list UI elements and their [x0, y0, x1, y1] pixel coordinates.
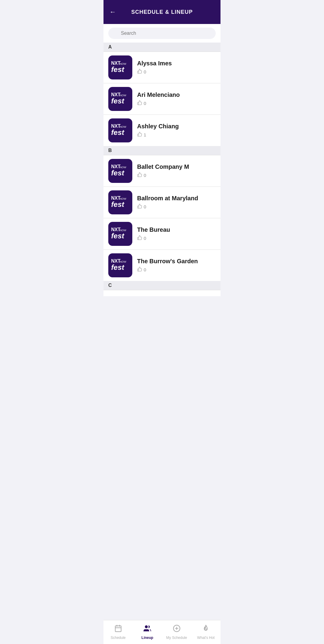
artist-thumbnail: NXT NOW fest	[108, 55, 132, 79]
like-count: 0	[144, 267, 146, 272]
page-title: SCHEDULE & LINEUP	[121, 9, 203, 15]
artist-thumbnail: NXT NOW fest	[108, 159, 132, 183]
flame-icon	[202, 625, 210, 634]
artist-info: The Burrow's Garden 0	[137, 258, 216, 273]
svg-text:NXT: NXT	[111, 258, 121, 264]
thumbs-up-icon	[137, 267, 142, 273]
svg-text:NOW: NOW	[120, 125, 126, 128]
artist-name: The Bureau	[137, 226, 216, 233]
header: ← SCHEDULE & LINEUP	[104, 0, 220, 24]
svg-text:NOW: NOW	[120, 197, 126, 200]
section-c-list	[104, 290, 220, 296]
like-count: 0	[144, 101, 146, 106]
svg-text:NXT: NXT	[111, 195, 121, 201]
artist-likes: 0	[137, 69, 216, 75]
artist-likes: 0	[137, 267, 216, 273]
like-count: 0	[144, 204, 146, 209]
artist-thumbnail: NXT NOW fest	[108, 253, 132, 277]
nav-item-whats-hot[interactable]: What's Hot	[191, 620, 221, 644]
back-button[interactable]: ←	[110, 8, 116, 16]
artist-name: Ballet Company M	[137, 163, 216, 170]
thumbs-up-icon	[137, 100, 142, 106]
list-item[interactable]: NXT NOW fest The Bureau	[104, 218, 220, 250]
list-item[interactable]: NXT NOW fest Alyssa Imes	[104, 52, 220, 83]
svg-text:NXT: NXT	[111, 124, 121, 129]
section-header-c: C	[104, 281, 220, 290]
artist-info: The Bureau 0	[137, 226, 216, 241]
svg-text:NOW: NOW	[120, 62, 126, 65]
thumbs-up-icon	[137, 132, 142, 138]
svg-text:NXT: NXT	[111, 92, 121, 97]
svg-text:NOW: NOW	[120, 94, 126, 97]
artist-name: Ari Melenciano	[137, 91, 216, 98]
nav-label-schedule: Schedule	[111, 636, 126, 640]
list-item[interactable]: NXT NOW fest Ari Melenciano	[104, 83, 220, 115]
artist-likes: 0	[137, 100, 216, 106]
svg-text:fest: fest	[111, 263, 124, 271]
plus-circle-icon	[173, 625, 181, 634]
list-item[interactable]: NXT NOW fest Ballet Company M	[104, 155, 220, 187]
section-header-b: B	[104, 146, 220, 155]
nav-item-lineup[interactable]: Lineup	[133, 620, 162, 644]
list-item[interactable]: NXT NOW fest Ashley Chiang	[104, 115, 220, 146]
search-wrapper	[108, 28, 216, 39]
artist-name: Ashley Chiang	[137, 123, 216, 130]
thumbs-up-icon	[137, 235, 142, 241]
svg-text:NXT: NXT	[111, 164, 121, 169]
svg-text:fest: fest	[111, 128, 124, 136]
svg-text:fest: fest	[111, 97, 124, 105]
artist-likes: 0	[137, 172, 216, 178]
artist-info: Alyssa Imes 0	[137, 60, 216, 75]
like-count: 0	[144, 69, 146, 74]
section-b: B NXT NOW fest Ballet Company M	[104, 146, 220, 281]
thumbs-up-icon	[137, 204, 142, 210]
artist-thumbnail: NXT NOW fest	[108, 190, 132, 214]
nav-item-schedule[interactable]: Schedule	[104, 620, 133, 644]
section-b-list: NXT NOW fest Ballet Company M	[104, 155, 220, 281]
section-a: A NXT NOW fest Alyssa Imes	[104, 43, 220, 146]
artist-thumbnail: NXT NOW fest	[108, 222, 132, 246]
artist-likes: 1	[137, 132, 216, 138]
artist-name: Alyssa Imes	[137, 60, 216, 67]
svg-text:fest: fest	[111, 169, 124, 177]
search-container	[104, 24, 220, 43]
section-a-list: NXT NOW fest Alyssa Imes	[104, 52, 220, 146]
nav-item-my-schedule[interactable]: My Schedule	[162, 620, 191, 644]
artist-thumbnail: NXT NOW fest	[108, 87, 132, 111]
search-input[interactable]	[108, 28, 216, 39]
svg-text:fest: fest	[111, 65, 124, 73]
artist-info: Ballroom at Maryland 0	[137, 195, 216, 210]
svg-text:NOW: NOW	[120, 166, 126, 169]
svg-text:NOW: NOW	[120, 260, 126, 263]
artist-name: Ballroom at Maryland	[137, 195, 216, 202]
section-header-a: A	[104, 43, 220, 52]
list-item[interactable]: NXT NOW fest The Burrow's Garden	[104, 250, 220, 281]
artist-likes: 0	[137, 204, 216, 210]
svg-text:fest: fest	[111, 232, 124, 240]
content-area: A NXT NOW fest Alyssa Imes	[104, 24, 220, 644]
like-count: 0	[144, 173, 146, 178]
artist-info: Ashley Chiang 1	[137, 123, 216, 138]
artist-info: Ari Melenciano 0	[137, 91, 216, 106]
thumbs-up-icon	[137, 172, 142, 178]
svg-text:NOW: NOW	[120, 229, 126, 232]
svg-text:NXT: NXT	[111, 61, 121, 66]
bottom-nav: Schedule Lineup My Schedule	[104, 620, 220, 644]
artist-name: The Burrow's Garden	[137, 258, 216, 265]
svg-rect-23	[115, 626, 121, 632]
artist-likes: 0	[137, 235, 216, 241]
thumbs-up-icon	[137, 69, 142, 75]
calendar-icon	[114, 625, 122, 634]
svg-point-27	[145, 625, 148, 628]
section-c: C	[104, 281, 220, 296]
nav-label-my-schedule: My Schedule	[166, 636, 187, 640]
artist-info: Ballet Company M 0	[137, 163, 216, 178]
svg-text:NXT: NXT	[111, 227, 121, 232]
nav-label-lineup: Lineup	[142, 636, 153, 640]
nav-label-whats-hot: What's Hot	[197, 636, 214, 640]
like-count: 0	[144, 236, 146, 241]
list-item[interactable]: NXT NOW fest Ballroom at Maryland	[104, 187, 220, 218]
people-icon	[143, 625, 151, 634]
artist-thumbnail: NXT NOW fest	[108, 118, 132, 142]
like-count: 1	[144, 132, 146, 137]
